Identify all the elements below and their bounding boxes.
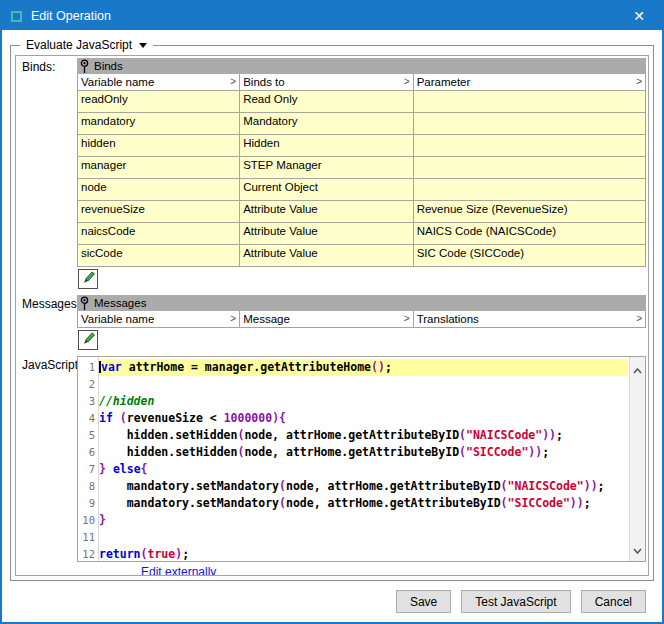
javascript-code-editor[interactable]: 123456789101112 var attrHome = manager.g… (77, 356, 646, 562)
column-sort-icon: > (404, 76, 411, 88)
code-token: )) (528, 445, 542, 459)
code-line[interactable] (99, 529, 628, 546)
line-number: 12 (78, 546, 98, 562)
cancel-button[interactable]: Cancel (581, 590, 646, 613)
code-token: hidden.setHidden (99, 445, 237, 459)
code-token: ; (584, 496, 591, 510)
code-token: )) (570, 496, 584, 510)
scroll-down-icon[interactable] (633, 540, 642, 558)
code-area[interactable]: var attrHome = manager.getAttributeHome(… (99, 357, 628, 561)
code-token (106, 462, 113, 476)
table-cell[interactable] (414, 91, 645, 112)
code-token: ; (385, 360, 392, 374)
code-token: "NAICSCode" (466, 428, 542, 442)
column-header-label: Translations (417, 313, 479, 325)
table-cell[interactable]: Attribute Value (240, 223, 414, 244)
code-line[interactable] (99, 376, 628, 393)
table-cell[interactable]: Mandatory (240, 113, 414, 134)
table-cell[interactable] (414, 157, 645, 178)
code-line[interactable]: //hidden (99, 393, 628, 410)
column-header-row: Variable name>Binds to>Parameter> (78, 74, 645, 90)
code-token: } (99, 513, 106, 527)
line-number: 7 (78, 461, 98, 478)
code-token: () (371, 360, 385, 374)
table-row[interactable]: hiddenHidden (78, 134, 645, 156)
close-button[interactable]: ✕ (616, 2, 662, 30)
table-cell[interactable]: sicCode (78, 245, 240, 266)
table-cell[interactable]: SIC Code (SICCode) (414, 245, 645, 266)
table-cell[interactable]: naicsCode (78, 223, 240, 244)
code-token: "NAICSCode" (508, 479, 584, 493)
code-token: ( (279, 496, 286, 510)
code-token: node, attrHome.getAttributeByID (244, 428, 459, 442)
edit-externally-link[interactable]: Edit externally (140, 562, 646, 576)
column-header-parameter[interactable]: Parameter> (414, 74, 645, 90)
code-line[interactable]: } (99, 512, 628, 529)
table-cell[interactable]: NAICS Code (NAICSCode) (414, 223, 645, 244)
code-line[interactable]: hidden.setHidden(node, attrHome.getAttri… (99, 444, 628, 461)
code-token: attrHome = manager.getAttributeHome (122, 360, 371, 374)
column-header-translations[interactable]: Translations> (414, 311, 645, 327)
code-line[interactable]: } else{ (99, 461, 628, 478)
scroll-up-icon[interactable] (633, 360, 642, 378)
table-row[interactable]: readOnlyRead Only (78, 90, 645, 112)
table-row[interactable]: managerSTEP Manager (78, 156, 645, 178)
table-cell[interactable]: node (78, 179, 240, 200)
code-token: ; (598, 479, 605, 493)
code-line[interactable]: mandatory.setMandatory(node, attrHome.ge… (99, 478, 628, 495)
code-token: } (99, 462, 106, 476)
edit-messages-button[interactable] (78, 330, 98, 350)
table-cell[interactable]: Hidden (240, 135, 414, 156)
table-cell[interactable] (414, 179, 645, 200)
table-cell[interactable]: manager (78, 157, 240, 178)
table-row[interactable]: mandatoryMandatory (78, 112, 645, 134)
column-header-row: Variable name>Message>Translations> (78, 311, 645, 327)
code-token: "SICCode" (508, 496, 570, 510)
javascript-label: JavaScript: (16, 356, 77, 576)
test-javascript-button[interactable]: Test JavaScript (461, 590, 570, 613)
table-cell[interactable]: STEP Manager (240, 157, 414, 178)
column-header-message[interactable]: Message> (240, 311, 414, 327)
code-line[interactable]: mandatory.setMandatory(node, attrHome.ge… (99, 495, 628, 512)
table-cell[interactable]: Attribute Value (240, 245, 414, 266)
table-cell[interactable]: readOnly (78, 91, 240, 112)
code-token: ( (279, 479, 286, 493)
code-token: ; (556, 428, 563, 442)
table-cell[interactable]: mandatory (78, 113, 240, 134)
table-cell[interactable]: Read Only (240, 91, 414, 112)
table-cell[interactable]: revenueSize (78, 201, 240, 222)
table-cell[interactable]: Revenue Size (RevenueSize) (414, 201, 645, 222)
code-line[interactable]: return(true); (99, 546, 628, 562)
table-row[interactable]: revenueSizeAttribute ValueRevenue Size (… (78, 200, 645, 222)
code-token: ( (459, 428, 466, 442)
table-cell[interactable] (414, 135, 645, 156)
table-cell[interactable]: hidden (78, 135, 240, 156)
table-row[interactable]: naicsCodeAttribute ValueNAICS Code (NAIC… (78, 222, 645, 244)
editor-scrollbar[interactable] (629, 357, 645, 561)
operation-type-dropdown[interactable]: Evaluate JavaScript (20, 37, 153, 53)
line-number: 10 (78, 512, 98, 529)
table-row[interactable]: sicCodeAttribute ValueSIC Code (SICCode) (78, 244, 645, 266)
dialog-footer: SaveTest JavaScriptCancel (396, 590, 646, 613)
line-number: 6 (78, 444, 98, 461)
binds-table: Variable name>Binds to>Parameter>readOnl… (77, 74, 646, 267)
column-header-variable-name[interactable]: Variable name> (78, 311, 240, 327)
table-cell[interactable]: Attribute Value (240, 201, 414, 222)
table-row[interactable]: nodeCurrent Object (78, 178, 645, 200)
key-icon (79, 59, 90, 74)
line-number: 4 (78, 410, 98, 427)
line-number: 8 (78, 478, 98, 495)
table-cell[interactable] (414, 113, 645, 134)
code-token: )) (542, 428, 556, 442)
code-line[interactable]: if (revenueSize < 1000000){ (99, 410, 628, 427)
code-token: true (147, 547, 175, 561)
save-button[interactable]: Save (396, 590, 451, 613)
code-line[interactable]: hidden.setHidden(node, attrHome.getAttri… (99, 427, 628, 444)
line-number: 2 (78, 376, 98, 393)
table-cell[interactable]: Current Object (240, 179, 414, 200)
column-header-variable-name[interactable]: Variable name> (78, 74, 240, 90)
code-line[interactable]: var attrHome = manager.getAttributeHome(… (99, 359, 628, 376)
edit-binds-button[interactable] (78, 269, 98, 289)
column-header-label: Parameter (417, 76, 471, 88)
column-header-binds-to[interactable]: Binds to> (240, 74, 414, 90)
